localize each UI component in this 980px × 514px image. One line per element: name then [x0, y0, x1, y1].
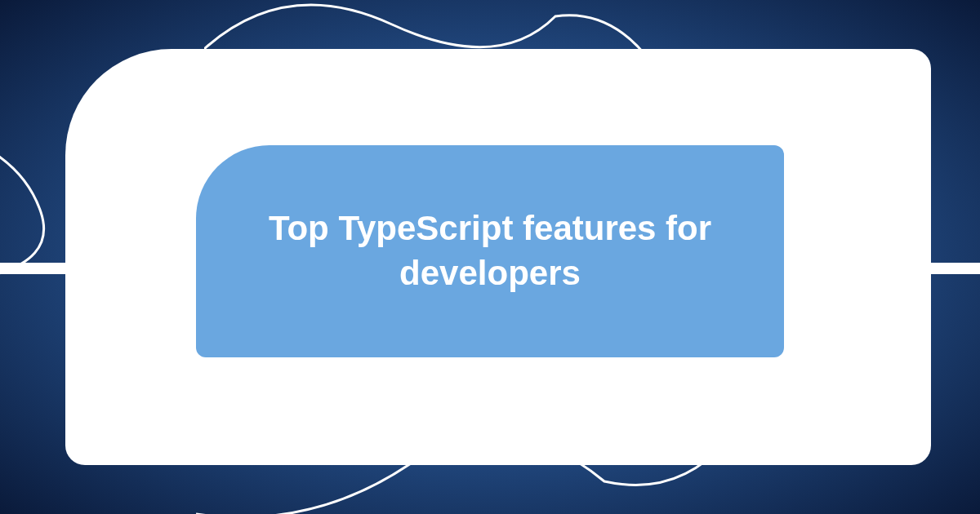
- inner-card-shape: Top TypeScript features for developers: [196, 145, 784, 357]
- page-title: Top TypeScript features for developers: [196, 206, 784, 295]
